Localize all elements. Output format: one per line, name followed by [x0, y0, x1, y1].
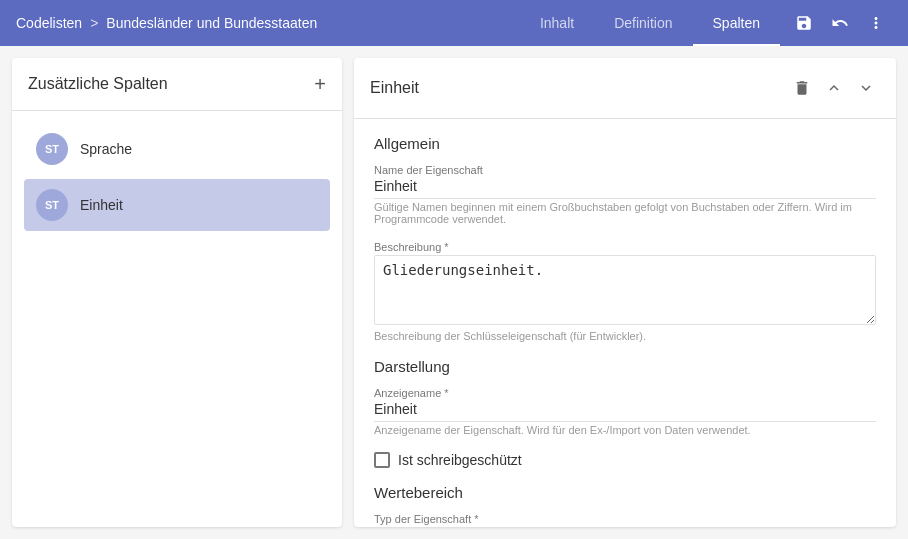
- column-list: ST Sprache ST Einheit: [12, 111, 342, 243]
- list-item-einheit[interactable]: ST Einheit: [24, 179, 330, 231]
- tab-definition[interactable]: Definition: [594, 0, 692, 46]
- description-field-hint: Beschreibung der Schlüsseleigenschaft (f…: [374, 330, 876, 342]
- header-actions: [788, 7, 892, 39]
- schreibgeschuetzt-checkbox-row: Ist schreibgeschützt: [374, 452, 876, 468]
- header-nav: Inhalt Definition Spalten: [520, 0, 780, 46]
- tab-spalten[interactable]: Spalten: [693, 0, 780, 46]
- header: Codelisten > Bundesländer und Bundesstaa…: [0, 0, 908, 46]
- section-title-darstellung: Darstellung: [374, 358, 876, 375]
- right-panel-content: Allgemein Name der Eigenschaft Einheit G…: [354, 119, 896, 527]
- list-item-sprache[interactable]: ST Sprache: [24, 123, 330, 175]
- delete-button[interactable]: [788, 74, 816, 102]
- avatar-einheit: ST: [36, 189, 68, 221]
- name-field-label: Name der Eigenschaft: [374, 164, 876, 176]
- left-panel-header: Zusätzliche Spalten +: [12, 58, 342, 111]
- name-field-group: Name der Eigenschaft Einheit Gültige Nam…: [374, 164, 876, 225]
- right-panel-title: Einheit: [370, 79, 419, 97]
- list-item-label-sprache: Sprache: [80, 141, 132, 157]
- avatar-sprache: ST: [36, 133, 68, 165]
- typ-select-label: Typ der Eigenschaft *: [374, 513, 876, 525]
- left-panel-title: Zusätzliche Spalten: [28, 75, 168, 93]
- description-field-label: Beschreibung *: [374, 241, 876, 253]
- collapse-button[interactable]: [820, 74, 848, 102]
- breadcrumb-page: Bundesländer und Bundesstaaten: [106, 15, 317, 31]
- list-item-label-einheit: Einheit: [80, 197, 123, 213]
- schreibgeschuetzt-checkbox[interactable]: [374, 452, 390, 468]
- schreibgeschuetzt-label: Ist schreibgeschützt: [398, 452, 522, 468]
- anzeigename-field-label: Anzeigename *: [374, 387, 876, 399]
- tab-inhalt[interactable]: Inhalt: [520, 0, 594, 46]
- right-panel: Einheit Allgemein Name der Eigenschaft E…: [354, 58, 896, 527]
- right-panel-actions: [788, 74, 880, 102]
- anzeigename-field-group: Anzeigename * Einheit Anzeigename der Ei…: [374, 387, 876, 436]
- anzeigename-field-hint: Anzeigename der Eigenschaft. Wird für de…: [374, 424, 876, 436]
- right-panel-header: Einheit: [354, 58, 896, 119]
- left-panel: Zusätzliche Spalten + ST Sprache ST Einh…: [12, 58, 342, 527]
- breadcrumb-root[interactable]: Codelisten: [16, 15, 82, 31]
- description-field-group: Beschreibung * Gliederungseinheit. Besch…: [374, 241, 876, 342]
- main-content: Zusätzliche Spalten + ST Sprache ST Einh…: [0, 46, 908, 539]
- more-button[interactable]: [860, 7, 892, 39]
- name-field-hint: Gültige Namen beginnen mit einem Großbuc…: [374, 201, 876, 225]
- section-title-wertebereich: Wertebereich: [374, 484, 876, 501]
- anzeigename-field-value[interactable]: Einheit: [374, 401, 876, 422]
- name-field-value[interactable]: Einheit: [374, 178, 876, 199]
- expand-button[interactable]: [852, 74, 880, 102]
- breadcrumb-separator: >: [90, 15, 98, 31]
- add-column-button[interactable]: +: [314, 74, 326, 94]
- typ-select-group: Typ der Eigenschaft * 18 - String × ▾: [374, 513, 876, 527]
- breadcrumb: Codelisten > Bundesländer und Bundesstaa…: [16, 15, 520, 31]
- description-field-input[interactable]: Gliederungseinheit.: [374, 255, 876, 325]
- undo-button[interactable]: [824, 7, 856, 39]
- save-button[interactable]: [788, 7, 820, 39]
- section-title-allgemein: Allgemein: [374, 135, 876, 152]
